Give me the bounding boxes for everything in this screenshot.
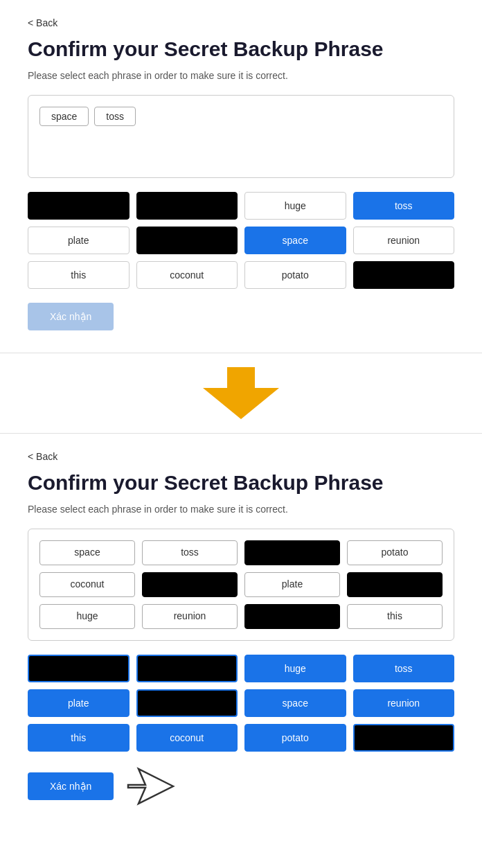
phrase-cell: toss xyxy=(142,540,238,565)
back-link-1[interactable]: < Back xyxy=(28,17,57,28)
word-button[interactable]: huge xyxy=(244,192,346,220)
phrase-cell: plate xyxy=(244,572,340,597)
section-1: < Back Confirm your Secret Backup Phrase… xyxy=(0,0,482,353)
subtitle-2: Please select each phrase in order to ma… xyxy=(28,504,454,515)
selected-phrase-grid-2: spacetosspotatococonutplatehugereunionth… xyxy=(28,529,454,641)
section-2: < Back Confirm your Secret Backup Phrase… xyxy=(0,434,482,829)
word-button[interactable]: this xyxy=(28,261,130,289)
word-grid-1: hugetossplate spacereunionthiscoconutpot… xyxy=(28,192,454,289)
phrase-cell xyxy=(142,572,238,597)
phrase-cell: this xyxy=(347,604,443,629)
word-button[interactable]: plate xyxy=(28,689,130,717)
word-button[interactable]: plate xyxy=(28,227,130,254)
word-button[interactable] xyxy=(353,261,455,289)
bottom-confirm-row: Xác nhận xyxy=(28,765,454,807)
word-grid-2: hugetossplate spacereunionthiscoconutpot… xyxy=(28,655,454,752)
phrase-cell: coconut xyxy=(39,572,135,597)
word-button[interactable] xyxy=(136,227,238,254)
subtitle-1: Please select each phrase in order to ma… xyxy=(28,70,454,81)
phrase-cell: space xyxy=(39,540,135,565)
word-button[interactable] xyxy=(136,689,238,717)
word-button[interactable] xyxy=(28,655,130,682)
word-button[interactable]: this xyxy=(28,724,130,752)
page-title-2: Confirm your Secret Backup Phrase xyxy=(28,470,454,495)
arrow-shaft xyxy=(227,367,255,388)
word-button[interactable] xyxy=(353,724,455,752)
word-button[interactable]: toss xyxy=(353,192,455,220)
word-button[interactable] xyxy=(136,655,238,682)
page-title-1: Confirm your Secret Backup Phrase xyxy=(28,37,454,62)
word-button[interactable]: potato xyxy=(244,261,346,289)
down-arrow-icon xyxy=(203,367,279,419)
selected-phrase-box-1: spacetoss xyxy=(28,95,454,178)
word-button[interactable]: space xyxy=(244,227,346,254)
divider-arrow xyxy=(0,353,482,434)
word-button[interactable]: huge xyxy=(244,655,346,682)
confirm-button-2[interactable]: Xác nhận xyxy=(28,772,114,800)
word-button[interactable]: reunion xyxy=(353,227,455,254)
phrase-cell xyxy=(347,572,443,597)
word-button[interactable]: reunion xyxy=(353,689,455,717)
word-button[interactable]: toss xyxy=(353,655,455,682)
word-button[interactable] xyxy=(28,192,130,220)
word-button[interactable]: coconut xyxy=(136,724,238,752)
phrase-tag: space xyxy=(39,107,89,126)
word-button[interactable]: space xyxy=(244,689,346,717)
confirm-button-1[interactable]: Xác nhận xyxy=(28,303,114,330)
phrase-cell xyxy=(244,540,340,565)
phrase-cell: potato xyxy=(347,540,443,565)
svg-marker-0 xyxy=(128,769,173,804)
word-button[interactable] xyxy=(136,192,238,220)
arrow-head xyxy=(203,388,279,419)
phrase-cell: reunion xyxy=(142,604,238,629)
word-button[interactable]: potato xyxy=(244,724,346,752)
word-button[interactable]: coconut xyxy=(136,261,238,289)
pointer-arrow-icon xyxy=(125,765,180,807)
phrase-cell xyxy=(244,604,340,629)
phrase-cell: huge xyxy=(39,604,135,629)
phrase-tag: toss xyxy=(94,107,136,126)
back-link-2[interactable]: < Back xyxy=(28,451,57,462)
